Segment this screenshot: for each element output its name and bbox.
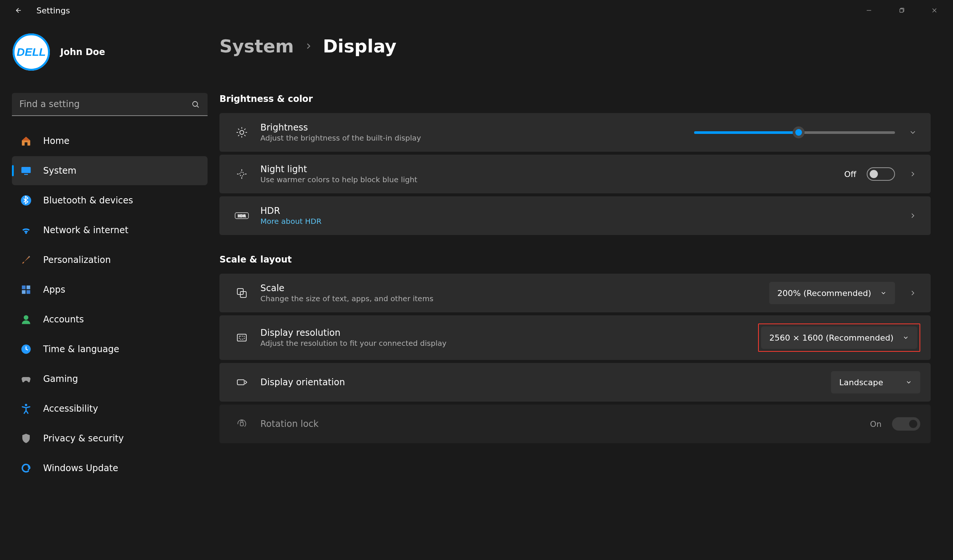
nav-label: Home: [43, 136, 70, 146]
resolution-icon: [232, 332, 251, 344]
svg-rect-36: [237, 380, 244, 385]
svg-rect-11: [22, 290, 26, 294]
card-title: Rotation lock: [261, 419, 318, 429]
lock-icon: [232, 418, 251, 430]
chevron-right-icon[interactable]: [905, 289, 920, 297]
shield-icon: [19, 432, 33, 445]
nav-item-home[interactable]: Home: [12, 126, 208, 155]
select-value: 200% (Recommended): [778, 289, 871, 298]
svg-line-23: [238, 135, 239, 136]
nav-label: Windows Update: [43, 463, 118, 473]
card-brightness[interactable]: Brightness Adjust the brightness of the …: [219, 113, 931, 152]
rotation-lock-toggle: [892, 417, 920, 431]
clock-icon: [19, 343, 33, 356]
svg-rect-12: [26, 290, 30, 294]
nav-item-time[interactable]: Time & language: [12, 335, 208, 364]
card-hdr[interactable]: HDR HDR More about HDR: [219, 196, 931, 235]
scale-icon: [232, 287, 251, 299]
toggle-status: Off: [844, 169, 856, 179]
chevron-down-icon[interactable]: [905, 128, 920, 137]
chevron-right-icon[interactable]: [905, 170, 920, 178]
resolution-select[interactable]: 2560 × 1600 (Recommended): [761, 326, 917, 349]
nav-item-accessibility[interactable]: Accessibility: [12, 394, 208, 423]
breadcrumb-parent[interactable]: System: [219, 36, 294, 56]
svg-line-5: [197, 105, 199, 107]
toggle-status: On: [870, 419, 882, 429]
avatar: DELL: [12, 34, 50, 71]
svg-text:HDR: HDR: [238, 214, 246, 218]
apps-icon: [19, 283, 33, 296]
nav-label: Gaming: [43, 374, 78, 384]
bluetooth-icon: [19, 194, 33, 207]
card-rotation-lock: Rotation lock On: [219, 405, 931, 443]
person-icon: [19, 313, 33, 326]
svg-rect-9: [22, 285, 26, 289]
maximize-button[interactable]: [885, 1, 918, 20]
window-controls: [852, 1, 951, 20]
svg-rect-34: [237, 334, 246, 341]
wifi-icon: [19, 223, 33, 237]
sidebar: DELL John Doe Home System Bluetooth & de…: [0, 21, 219, 560]
brush-icon: [19, 253, 33, 267]
nav-label: Bluetooth & devices: [43, 195, 133, 206]
nav-item-privacy[interactable]: Privacy & security: [12, 424, 208, 453]
nav-item-personalization[interactable]: Personalization: [12, 245, 208, 275]
svg-rect-35: [239, 336, 244, 339]
card-title: Display orientation: [261, 377, 345, 388]
brightness-slider[interactable]: [694, 131, 895, 134]
select-value: Landscape: [839, 378, 883, 387]
card-subtitle: Adjust the resolution to fit your connec…: [261, 339, 446, 347]
card-title: Display resolution: [261, 327, 446, 338]
chevron-down-icon: [905, 379, 912, 386]
accessibility-icon: [19, 402, 33, 415]
nav-item-network[interactable]: Network & internet: [12, 216, 208, 245]
nav-list: Home System Bluetooth & devices Network …: [12, 126, 208, 483]
svg-line-24: [244, 129, 245, 130]
night-light-toggle[interactable]: [867, 168, 895, 181]
chevron-right-icon: [304, 42, 312, 50]
search-input[interactable]: [12, 93, 208, 116]
back-button[interactable]: [12, 5, 23, 16]
scale-select[interactable]: 200% (Recommended): [769, 282, 895, 304]
nav-item-update[interactable]: Windows Update: [12, 454, 208, 482]
hdr-link[interactable]: More about HDR: [261, 217, 321, 226]
search-icon: [191, 100, 200, 109]
resolution-highlight: 2560 × 1600 (Recommended): [758, 324, 920, 352]
svg-point-16: [240, 130, 244, 135]
gamepad-icon: [19, 372, 33, 386]
nav-item-apps[interactable]: Apps: [12, 275, 208, 304]
nav-item-bluetooth[interactable]: Bluetooth & devices: [12, 186, 208, 215]
nav-label: Time & language: [43, 344, 119, 354]
close-button[interactable]: [918, 1, 951, 20]
main-panel: System Display Brightness & color Bright…: [219, 21, 953, 560]
nav-item-accounts[interactable]: Accounts: [12, 305, 208, 334]
card-night-light[interactable]: Night light Use warmer colors to help bl…: [219, 155, 931, 193]
sun-icon: [232, 126, 251, 138]
update-icon: [19, 461, 33, 475]
svg-rect-6: [22, 167, 31, 173]
svg-point-13: [24, 315, 29, 320]
select-value: 2560 × 1600 (Recommended): [769, 333, 894, 343]
chevron-down-icon: [880, 290, 887, 296]
minimize-button[interactable]: [852, 1, 885, 20]
nav-label: Personalization: [43, 255, 111, 265]
system-icon: [19, 164, 33, 177]
nav-item-system[interactable]: System: [12, 156, 208, 185]
card-scale[interactable]: Scale Change the size of text, apps, and…: [219, 274, 931, 312]
nav-item-gaming[interactable]: Gaming: [12, 365, 208, 393]
card-resolution[interactable]: Display resolution Adjust the resolution…: [219, 315, 931, 360]
breadcrumb: System Display: [219, 36, 931, 56]
svg-rect-37: [240, 422, 243, 426]
card-title: Scale: [261, 283, 433, 293]
home-icon: [19, 134, 33, 147]
svg-line-21: [238, 129, 239, 130]
profile-block[interactable]: DELL John Doe: [12, 34, 208, 71]
orientation-select[interactable]: Landscape: [831, 371, 920, 393]
breadcrumb-current: Display: [323, 36, 397, 56]
chevron-right-icon[interactable]: [905, 212, 920, 220]
svg-rect-10: [26, 285, 30, 289]
card-subtitle: Adjust the brightness of the built-in di…: [261, 133, 421, 143]
card-orientation[interactable]: Display orientation Landscape: [219, 363, 931, 402]
search-box[interactable]: [12, 93, 208, 116]
chevron-down-icon: [902, 334, 909, 341]
